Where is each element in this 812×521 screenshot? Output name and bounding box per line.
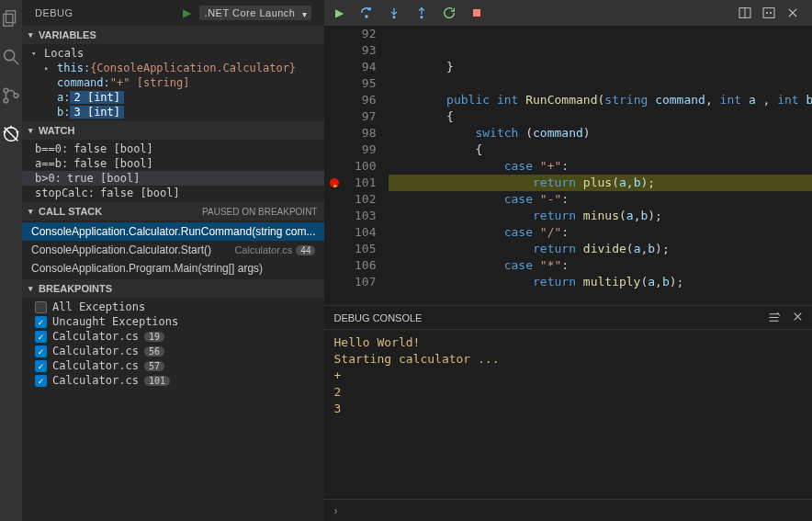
watch-value: false [bool]	[73, 157, 153, 170]
code-line[interactable]	[389, 42, 812, 59]
code-line[interactable]	[389, 26, 812, 42]
line-number[interactable]: 99	[324, 142, 376, 158]
code-line[interactable]: return multiply(a,b);	[389, 274, 812, 290]
restart-icon[interactable]	[442, 6, 457, 20]
svg-point-22	[771, 12, 772, 13]
svg-point-2	[5, 51, 15, 61]
launch-config-select[interactable]: .NET Core Launch	[199, 6, 312, 20]
debug-icon[interactable]	[0, 123, 22, 145]
checkbox-icon[interactable]: ✓	[35, 375, 47, 387]
watch-value: false [bool]	[73, 142, 153, 155]
breakpoint-row[interactable]: ✓Uncaught Exceptions	[22, 314, 324, 329]
line-number[interactable]: 98	[324, 125, 376, 142]
breakpoints-header[interactable]: ▾ BREAKPOINTS	[22, 279, 324, 298]
breakpoint-row[interactable]: All Exceptions	[22, 300, 324, 314]
watch-header-label: WATCH	[39, 125, 75, 136]
watch-row[interactable]: a==b: false [bool]	[22, 156, 324, 171]
code-line[interactable]: {	[389, 142, 812, 158]
console-line: +	[333, 368, 804, 385]
debug-console-input[interactable]: ›	[324, 499, 812, 521]
debug-console-output: Hello World!Starting calculator ...+23	[324, 330, 812, 499]
start-debug-icon[interactable]: ▶	[183, 6, 192, 19]
code-line[interactable]: case "-":	[389, 191, 812, 208]
line-number[interactable]: 103	[324, 208, 376, 224]
breakpoint-row[interactable]: ✓Calculator.cs56	[22, 344, 324, 358]
stop-icon[interactable]	[469, 6, 484, 20]
locals-row[interactable]: ▾ Locals	[22, 46, 324, 61]
code-line[interactable]: return minus(a,b);	[389, 208, 812, 224]
more-actions-icon[interactable]	[761, 6, 776, 20]
line-number[interactable]: 102	[324, 191, 376, 208]
code-lines[interactable]: } public int RunCommand(string command, …	[389, 26, 812, 305]
watch-row[interactable]: b==0: false [bool]	[22, 142, 324, 156]
checkbox-icon[interactable]: ✓	[35, 345, 47, 357]
line-number[interactable]: 95	[324, 75, 376, 92]
checkbox-icon[interactable]: ✓	[35, 331, 47, 343]
code-line[interactable]: case "*":	[389, 257, 812, 274]
variable-row[interactable]: ▸this: {ConsoleApplication.Calculator}	[22, 61, 324, 75]
line-number[interactable]: 101▸	[324, 175, 376, 191]
line-number[interactable]: 104	[324, 224, 376, 241]
breakpoint-row[interactable]: ✓Calculator.cs19	[22, 329, 324, 344]
frame-name: ConsoleApplication.Program.Main(string[]…	[31, 262, 263, 275]
search-icon[interactable]	[0, 46, 22, 68]
checkbox-icon[interactable]	[35, 301, 47, 313]
line-number[interactable]: 94	[324, 59, 376, 75]
continue-icon[interactable]: ▶	[332, 6, 346, 20]
callstack-header[interactable]: ▾ CALL STACK PAUSED ON BREAKPOINT	[22, 202, 324, 221]
source-control-icon[interactable]	[0, 85, 22, 107]
code-line[interactable]: switch (command)	[389, 125, 812, 142]
line-number[interactable]: 93	[324, 42, 376, 59]
line-number[interactable]: 100	[324, 158, 376, 175]
code-line[interactable]: case "+":	[389, 158, 812, 175]
variable-row[interactable]: b: 3 [int]	[22, 105, 324, 119]
callstack-frame[interactable]: ConsoleApplication.Program.Main(string[]…	[22, 259, 324, 277]
line-number[interactable]: 107	[324, 274, 376, 290]
debug-console-header: DEBUG CONSOLE	[324, 306, 812, 330]
line-number[interactable]: 96	[324, 92, 376, 108]
close-panel-icon[interactable]	[792, 311, 804, 324]
step-into-icon[interactable]	[387, 6, 401, 20]
chevron-right-icon: ▸	[44, 63, 57, 73]
watch-row[interactable]: stopCalc: false [bool]	[22, 186, 324, 200]
watch-body: b==0: false [bool]a==b: false [bool]b>0:…	[22, 140, 324, 202]
console-line: Hello World!	[333, 335, 804, 352]
chevron-down-icon: ▾	[26, 30, 35, 40]
callstack-frame[interactable]: ConsoleApplication.Calculator.Start()Cal…	[22, 241, 324, 259]
code-line[interactable]: case "/":	[389, 224, 812, 241]
code-line[interactable]	[389, 75, 812, 92]
checkbox-icon[interactable]: ✓	[35, 360, 47, 372]
watch-row[interactable]: b>0: true [bool]	[22, 171, 324, 186]
variable-row[interactable]: command: "+" [string]	[22, 75, 324, 90]
breakpoint-row[interactable]: ✓Calculator.cs57	[22, 358, 324, 373]
svg-rect-20	[763, 8, 774, 18]
variable-name: command:	[57, 76, 110, 89]
breakpoint-dot-icon[interactable]: ▸	[330, 178, 339, 187]
breakpoint-row[interactable]: ✓Calculator.cs101	[22, 373, 324, 388]
code-line[interactable]: return plus(a,b);	[389, 175, 812, 191]
callstack-header-label: CALL STACK	[39, 206, 102, 217]
step-out-icon[interactable]	[414, 6, 429, 20]
code-line[interactable]: {	[389, 108, 812, 125]
checkbox-icon[interactable]: ✓	[35, 316, 47, 328]
clear-console-icon[interactable]	[767, 311, 781, 324]
code-editor[interactable]: 9293949596979899100101▸10210310410510610…	[324, 26, 812, 305]
step-over-icon[interactable]	[359, 6, 374, 20]
svg-line-10	[4, 131, 6, 132]
code-line[interactable]: public int RunCommand(string command, in…	[389, 92, 812, 108]
watch-header[interactable]: ▾ WATCH	[22, 121, 324, 140]
close-icon[interactable]	[785, 6, 800, 20]
variables-header[interactable]: ▾ VARIABLES	[22, 26, 324, 44]
files-icon[interactable]	[0, 7, 22, 29]
variable-row[interactable]: a: 2 [int]	[22, 90, 324, 105]
breakpoint-label: All Exceptions	[52, 300, 145, 313]
code-line[interactable]: }	[389, 59, 812, 75]
gutter[interactable]: 9293949596979899100101▸10210310410510610…	[324, 26, 389, 305]
line-number[interactable]: 97	[324, 108, 376, 125]
split-editor-icon[interactable]	[738, 6, 752, 20]
line-number[interactable]: 106	[324, 257, 376, 274]
callstack-frame[interactable]: ConsoleApplication.Calculator.RunCommand…	[22, 222, 324, 241]
code-line[interactable]: return divide(a,b);	[389, 241, 812, 257]
line-number[interactable]: 92	[324, 26, 376, 42]
line-number[interactable]: 105	[324, 241, 376, 257]
